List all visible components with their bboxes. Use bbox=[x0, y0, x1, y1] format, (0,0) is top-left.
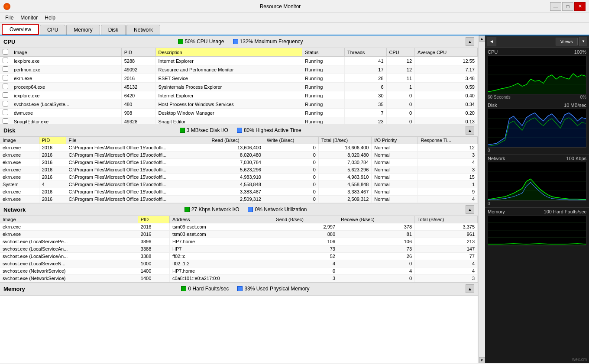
memory-collapse-btn[interactable]: ▲ bbox=[466, 284, 474, 293]
cpu-col-threads[interactable]: Threads bbox=[345, 48, 387, 57]
views-button[interactable]: Views bbox=[556, 38, 578, 45]
disk-file: C:\Program Files\Microsoft Office 15\roo… bbox=[66, 151, 209, 159]
scroll-track[interactable] bbox=[479, 42, 485, 357]
scroll-up[interactable]: ▲ bbox=[479, 35, 485, 42]
table-row[interactable]: svchost.exe (LocalServiceAn... 3388 ff02… bbox=[0, 253, 478, 260]
table-row[interactable]: SnagitEditor.exe 49328 Snagit Editor Run… bbox=[0, 117, 478, 124]
row-checkbox[interactable] bbox=[3, 75, 8, 81]
table-row[interactable]: ekrn.exe 2016 C:\Program Files\Microsoft… bbox=[0, 144, 478, 151]
tab-disk[interactable]: Disk bbox=[101, 25, 126, 35]
tab-network[interactable]: Network bbox=[126, 25, 160, 35]
cpu-col-check[interactable] bbox=[0, 48, 11, 57]
memory-chart-label: Memory 100 Hard Faults/sec bbox=[488, 209, 586, 214]
table-row[interactable]: ekrn.exe 2016 tsm03.eset.com 880 81 961 bbox=[0, 231, 478, 238]
table-row[interactable]: svchost.exe (LocalServiceN... 1000 ff02:… bbox=[0, 260, 478, 267]
row-checkbox[interactable] bbox=[3, 92, 8, 98]
table-row[interactable]: svchost.exe (NetworkService) 1400 HP7.ho… bbox=[0, 267, 478, 275]
cpu-check-all[interactable] bbox=[3, 49, 8, 55]
net-col-pid[interactable]: PID bbox=[138, 216, 169, 223]
table-row[interactable]: procexp64.exe 45132 Sysinternals Process… bbox=[0, 83, 478, 91]
row-checkbox[interactable] bbox=[3, 66, 8, 72]
table-row[interactable]: ekrn.exe 2016 C:\Program Files\Microsoft… bbox=[0, 151, 478, 159]
disk-response: 1 bbox=[418, 181, 478, 188]
disk-section-title: Disk bbox=[3, 127, 15, 134]
net-total: 3,375 bbox=[415, 223, 478, 231]
network-section-header[interactable]: Network 27 Kbps Network I/O 0% Network U… bbox=[0, 203, 478, 216]
cpu-col-avgcpu[interactable]: Average CPU bbox=[415, 48, 478, 57]
memory-chart-title: Memory bbox=[488, 209, 505, 214]
table-row[interactable]: ekrn.exe 2016 C:\Program Files\Microsoft… bbox=[0, 196, 478, 203]
disk-collapse-btn[interactable]: ▲ bbox=[466, 126, 474, 135]
disk-section-header[interactable]: Disk 3 MB/sec Disk I/O 80% Highest Activ… bbox=[0, 124, 478, 137]
scroll-down[interactable]: ▼ bbox=[479, 357, 485, 363]
disk-col-file[interactable]: File bbox=[66, 137, 209, 144]
table-row[interactable]: svchost.exe (LocalServiceAn... 3388 HP7 … bbox=[0, 245, 478, 253]
net-col-image[interactable]: Image bbox=[0, 216, 138, 223]
network-table-scroll[interactable]: Image PID Address Send (B/sec) Receive (… bbox=[0, 216, 478, 282]
tab-memory[interactable]: Memory bbox=[66, 25, 100, 35]
memory-section-header[interactable]: Memory 0 Hard Faults/sec 33% Used Physic… bbox=[0, 283, 478, 295]
table-row[interactable]: svchost.exe (NetworkService) 1400 c0a8:1… bbox=[0, 275, 478, 282]
cpu-col-cpu[interactable]: CPU bbox=[386, 48, 415, 57]
disk-col-pid[interactable]: PID bbox=[39, 137, 66, 144]
cpu-col-status[interactable]: Status bbox=[302, 48, 345, 57]
net-col-receive[interactable]: Receive (B/sec) bbox=[338, 216, 415, 223]
cpu-col-pid[interactable]: PID bbox=[121, 48, 155, 57]
table-row[interactable]: perfmon.exe 49092 Resource and Performan… bbox=[0, 65, 478, 74]
disk-col-read[interactable]: Read (B/sec) bbox=[209, 137, 264, 144]
main-scrollbar[interactable]: ▲ ▼ bbox=[478, 35, 485, 363]
disk-read: 4,558,848 bbox=[209, 181, 264, 188]
tab-cpu[interactable]: CPU bbox=[40, 25, 65, 35]
cpu-stat2: 132% Maximum Frequency bbox=[233, 39, 303, 45]
menu-file[interactable]: File bbox=[2, 14, 17, 22]
cpu-section: CPU 50% CPU Usage 132% Maximum Frequency… bbox=[0, 35, 478, 124]
cpu-image: dwm.exe bbox=[11, 109, 122, 117]
table-row[interactable]: ekrn.exe 2016 C:\Program Files\Microsoft… bbox=[0, 174, 478, 181]
nav-back-button[interactable]: ◄ bbox=[487, 37, 496, 46]
row-checkbox[interactable] bbox=[3, 101, 8, 106]
table-row[interactable]: ekrn.exe 2016 tsm09.eset.com 2,997 378 3… bbox=[0, 223, 478, 231]
disk-col-priority[interactable]: I/O Priority bbox=[372, 137, 418, 144]
cpu-cpu: 12 bbox=[386, 65, 415, 74]
views-dropdown[interactable]: ▼ bbox=[579, 37, 587, 46]
table-row[interactable]: iexplore.exe 5288 Internet Explorer Runn… bbox=[0, 57, 478, 65]
cpu-col-image[interactable]: Image bbox=[11, 48, 122, 57]
row-checkbox[interactable] bbox=[3, 118, 8, 124]
disk-table-scroll[interactable]: Image PID File Read (B/sec) Write (B/sec… bbox=[0, 137, 478, 203]
row-checkbox[interactable] bbox=[3, 58, 8, 63]
table-row[interactable]: dwm.exe 908 Desktop Window Manager Runni… bbox=[0, 109, 478, 117]
row-checkbox[interactable] bbox=[3, 84, 8, 89]
net-col-address[interactable]: Address bbox=[170, 216, 273, 223]
menu-monitor[interactable]: Monitor bbox=[17, 14, 41, 22]
cpu-table-scroll[interactable]: Image PID Description Status Threads CPU… bbox=[0, 48, 478, 124]
cpu-status: Running bbox=[302, 57, 345, 65]
disk-col-total[interactable]: Total (B/sec) bbox=[318, 137, 371, 144]
disk-col-write[interactable]: Write (B/sec) bbox=[264, 137, 318, 144]
row-checkbox[interactable] bbox=[3, 110, 8, 115]
net-total: 147 bbox=[415, 245, 478, 253]
cpu-col-description[interactable]: Description bbox=[155, 48, 302, 57]
minimize-button[interactable]: — bbox=[550, 2, 561, 11]
table-row[interactable]: iexplore.exe 6420 Internet Explorer Runn… bbox=[0, 91, 478, 100]
close-button[interactable]: ✕ bbox=[574, 2, 586, 11]
tab-overview[interactable]: Overview bbox=[2, 24, 39, 35]
net-col-total[interactable]: Total (B/sec) bbox=[415, 216, 478, 223]
table-row[interactable]: svchost.exe (LocalServicePe... 3896 HP7.… bbox=[0, 238, 478, 245]
network-collapse-btn[interactable]: ▲ bbox=[466, 205, 474, 214]
table-row[interactable]: ekrn.exe 2016 C:\Program Files\Microsoft… bbox=[0, 188, 478, 196]
menu-help[interactable]: Help bbox=[41, 14, 59, 22]
window-controls: — □ ✕ bbox=[550, 2, 586, 11]
table-row[interactable]: System 4 C:\Program Files\Microsoft Offi… bbox=[0, 181, 478, 188]
maximize-button[interactable]: □ bbox=[562, 2, 573, 11]
cpu-section-header[interactable]: CPU 50% CPU Usage 132% Maximum Frequency… bbox=[0, 35, 478, 48]
net-col-send[interactable]: Send (B/sec) bbox=[273, 216, 338, 223]
memory-stat1-icon bbox=[181, 286, 186, 291]
disk-col-response[interactable]: Response Ti... bbox=[418, 137, 478, 144]
table-row[interactable]: svchost.exe (LocalSyste... 480 Host Proc… bbox=[0, 100, 478, 109]
disk-col-image[interactable]: Image bbox=[0, 137, 39, 144]
table-row[interactable]: ekrn.exe 2016 C:\Program Files\Microsoft… bbox=[0, 159, 478, 166]
disk-stats: 3 MB/sec Disk I/O 80% Highest Active Tim… bbox=[180, 127, 301, 133]
table-row[interactable]: ekrn.exe 2016 ESET Service Running 28 11… bbox=[0, 74, 478, 83]
cpu-collapse-btn[interactable]: ▲ bbox=[466, 37, 474, 46]
table-row[interactable]: ekrn.exe 2016 C:\Program Files\Microsoft… bbox=[0, 166, 478, 174]
